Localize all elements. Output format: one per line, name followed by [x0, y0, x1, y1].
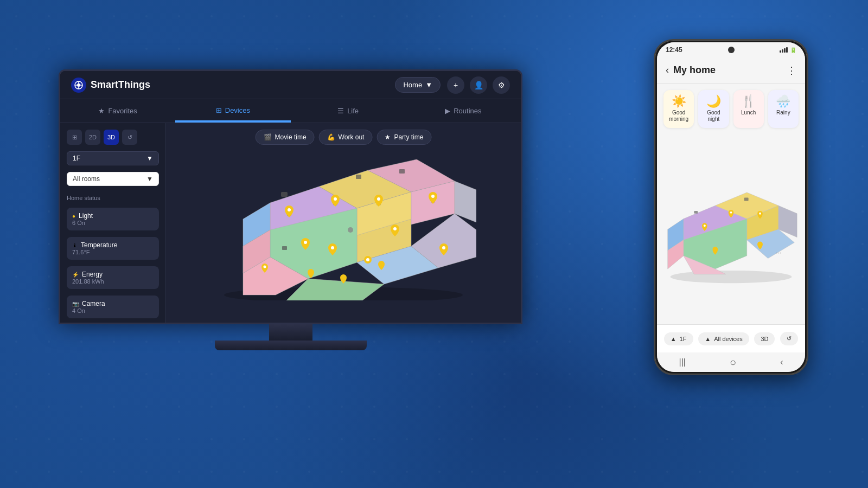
signal-bar-4: [786, 47, 788, 53]
nav-devices[interactable]: ⊞ Devices: [175, 99, 290, 123]
phone-3d-label: 3D: [761, 336, 768, 342]
floor-chevron-icon: ▼: [146, 155, 153, 162]
svg-point-40: [348, 227, 353, 233]
svg-point-54: [759, 213, 761, 215]
phone-3d-btn[interactable]: 3D: [754, 332, 775, 345]
movie-time-label: Movie time: [275, 133, 307, 141]
work-out-btn[interactable]: 💪 Work out: [319, 130, 373, 145]
phone-refresh-btn[interactable]: ↺: [780, 332, 798, 345]
header-actions: + 👤 ⚙: [447, 76, 510, 94]
phone-screen: 12:45 🔋 ‹ My home ⋮: [657, 42, 805, 372]
svg-text:···: ···: [776, 249, 781, 256]
app-nav: ★ Favorites ⊞ Devices ☰ Life ▶ Routines: [60, 99, 521, 123]
nav-life[interactable]: ☰ Life: [291, 99, 406, 123]
svg-point-32: [393, 227, 397, 230]
history-view-btn[interactable]: ↺: [122, 130, 137, 145]
sidebar: ⊞ 2D 3D ↺ 1F ▼ All rooms: [60, 123, 166, 323]
phone-nav-back-icon[interactable]: ‹: [780, 357, 783, 367]
status-light: ● Light 6 On: [67, 208, 159, 230]
status-temp-value: 71.6°F: [72, 249, 154, 255]
status-energy-title: Energy: [82, 271, 103, 278]
svg-rect-41: [282, 246, 287, 250]
app-main: ⊞ 2D 3D ↺ 1F ▼ All rooms: [60, 123, 521, 323]
profile-button[interactable]: 👤: [470, 76, 487, 94]
movie-time-btn[interactable]: 🎬 Movie time: [256, 130, 315, 145]
svg-point-27: [377, 197, 380, 201]
phone-floor-btn[interactable]: ▲ 1F: [664, 332, 693, 345]
svg-rect-38: [356, 175, 361, 179]
devices-up-icon: ▲: [705, 336, 711, 342]
phone-nav-menu-icon[interactable]: |||: [679, 357, 686, 367]
routine-good-night[interactable]: 🌙 Good night: [698, 90, 729, 128]
nav-routines-label: Routines: [454, 107, 481, 115]
phone-bottom-bar: ▲ 1F ▲ All devices 3D ↺: [657, 324, 805, 352]
phone-floor-label: 1F: [680, 336, 687, 342]
2d-view-btn[interactable]: 2D: [85, 130, 100, 145]
phone-back-button[interactable]: ‹: [666, 65, 669, 76]
app-logo: SmartThings: [71, 78, 150, 93]
phone-nav-home-icon[interactable]: ○: [730, 356, 736, 369]
svg-rect-56: [744, 198, 749, 201]
view-controls: ⊞ 2D 3D ↺: [67, 130, 159, 145]
routines-grid: ☀️ Good morning 🌙 Good night 🍴 Lunch 🌧️ …: [657, 84, 805, 134]
status-light-title: Light: [79, 212, 93, 220]
status-camera: 📷 Camera 4 On: [67, 296, 159, 318]
logo-icon: [71, 78, 86, 93]
routines-icon: ▶: [445, 107, 450, 115]
status-temperature: 🌡 Temperature 71.6°F: [67, 237, 159, 260]
routine-good-morning[interactable]: ☀️ Good morning: [663, 90, 694, 128]
svg-point-1: [77, 84, 80, 87]
status-camera-value: 4 On: [72, 307, 154, 314]
room-label: All rooms: [73, 175, 100, 183]
add-button[interactable]: +: [447, 76, 464, 94]
monitor-screen: SmartThings Home ▼ + 👤 ⚙ ★ Favorites: [59, 69, 522, 324]
home-status-label: Home status: [67, 195, 159, 201]
svg-point-53: [730, 211, 732, 214]
svg-point-29: [431, 195, 435, 198]
chevron-down-icon: ▼: [425, 81, 432, 89]
quick-actions: 🎬 Movie time 💪 Work out ★ Party time: [256, 130, 432, 145]
routine-rainy[interactable]: 🌧️ Rainy: [768, 90, 799, 128]
devices-icon: ⊞: [216, 106, 222, 114]
svg-point-42: [671, 271, 792, 283]
phone-camera: [728, 47, 735, 53]
party-time-btn[interactable]: ★ Party time: [376, 130, 431, 145]
phone-nav-bar: ||| ○ ‹: [657, 352, 805, 372]
rainy-label: Rainy: [776, 110, 790, 116]
life-icon: ☰: [337, 107, 344, 115]
svg-point-25: [334, 197, 337, 201]
phone-signals: 🔋: [780, 47, 796, 53]
phone-devices-btn[interactable]: ▲ All devices: [698, 332, 749, 345]
lunch-icon: 🍴: [741, 95, 756, 107]
floor-label: 1F: [73, 155, 80, 162]
signal-bar-2: [782, 49, 783, 53]
floor-up-icon: ▲: [671, 336, 676, 342]
floor-selector[interactable]: 1F ▼: [67, 151, 159, 165]
svg-point-30: [304, 241, 307, 244]
monitor: SmartThings Home ▼ + 👤 ⚙ ★ Favorites: [59, 69, 522, 341]
svg-point-31: [331, 246, 334, 249]
work-out-icon: 💪: [327, 133, 335, 141]
party-time-label: Party time: [394, 133, 423, 141]
phone-more-button[interactable]: ⋮: [787, 65, 796, 76]
nav-routines[interactable]: ▶ Routines: [406, 99, 521, 123]
3d-view-btn[interactable]: 3D: [104, 130, 119, 145]
svg-rect-37: [281, 192, 288, 197]
status-temp-title: Temperature: [81, 241, 117, 249]
room-selector[interactable]: All rooms ▼: [67, 172, 159, 186]
good-night-label: Good night: [701, 110, 725, 123]
home-selector[interactable]: Home ▼: [395, 77, 441, 93]
nav-favorites[interactable]: ★ Favorites: [60, 99, 175, 123]
svg-point-23: [288, 208, 291, 211]
refresh-icon: ↺: [787, 335, 792, 342]
routine-lunch[interactable]: 🍴 Lunch: [733, 90, 764, 128]
signal-bars: [780, 47, 788, 53]
svg-rect-39: [399, 169, 405, 174]
good-morning-icon: ☀️: [672, 95, 686, 107]
phone-app-title: My home: [673, 65, 782, 76]
signal-bar-1: [780, 50, 781, 53]
grid-view-btn[interactable]: ⊞: [67, 130, 82, 145]
settings-button[interactable]: ⚙: [493, 76, 510, 94]
phone-map-area: ···: [657, 134, 805, 324]
monitor-stand: [59, 324, 522, 350]
